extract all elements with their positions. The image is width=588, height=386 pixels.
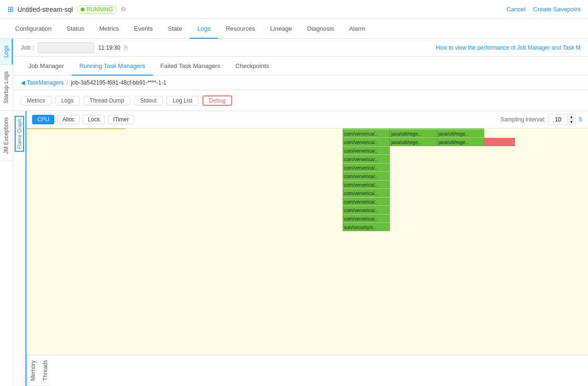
subtab-logs[interactable]: Logs bbox=[55, 96, 80, 105]
copy-icon[interactable]: ⎘ bbox=[124, 44, 128, 51]
flame-bar[interactable]: com/ververica/.. bbox=[343, 138, 390, 146]
flame-bar[interactable]: java/util/rege.. bbox=[390, 129, 437, 137]
flame-bar[interactable]: com/ververica/.. bbox=[343, 172, 390, 180]
tab-failed-task-managers[interactable]: Failed Task Managers bbox=[153, 57, 228, 76]
bottom-vtabs: Memory Threads bbox=[26, 355, 588, 386]
app-icon: ⊞ bbox=[8, 5, 14, 14]
flame-bar[interactable]: com/ververica/.. bbox=[343, 146, 390, 154]
flame-graph-wrapper: Flame Graph CPU Alloc Lock ITimer Sampli… bbox=[13, 111, 588, 386]
flame-bar[interactable]: java/util/rege.. bbox=[437, 138, 484, 146]
tab-configuration[interactable]: Configuration bbox=[8, 19, 59, 39]
flame-bar[interactable]: Relocation::pd.. bbox=[26, 129, 126, 129]
tab-state[interactable]: State bbox=[160, 19, 190, 39]
breadcrumb-icon: ◀ bbox=[21, 79, 25, 86]
main-layout: Logs Startup Logs JM Exceptions Job : 11… bbox=[0, 39, 588, 386]
tab-status[interactable]: Status bbox=[59, 19, 92, 39]
job-bar: Job : 11:19:30 ⎘ How to view the perform… bbox=[13, 39, 588, 57]
job-selector[interactable] bbox=[38, 42, 94, 53]
btn-lock[interactable]: Lock bbox=[83, 115, 105, 124]
subtab-thread-dump[interactable]: Thread Dump bbox=[84, 96, 130, 105]
subtab-log-list[interactable]: Log List bbox=[167, 96, 199, 105]
sidebar-tab-startup-logs[interactable]: Startup Logs bbox=[0, 65, 13, 111]
top-bar: ⊞ Untitled-stream-sql RUNNING ⚙ Cancel C… bbox=[0, 0, 588, 19]
subtab-stdout[interactable]: Stdout bbox=[134, 96, 163, 105]
flame-bar[interactable]: java/util/rege.. bbox=[390, 129, 437, 129]
tab-checkpoints[interactable]: Checkpoints bbox=[228, 57, 277, 76]
flame-bar[interactable]: com/ververica/.. bbox=[343, 180, 390, 189]
controls-and-graph: CPU Alloc Lock ITimer Sampling interval:… bbox=[26, 111, 588, 386]
tab-lineage[interactable]: Lineage bbox=[263, 19, 300, 39]
tab-events[interactable]: Events bbox=[126, 19, 160, 39]
sidebar-tab-logs[interactable]: Logs bbox=[0, 39, 13, 65]
sidebar-tab-jm-exceptions[interactable]: JM Exceptions bbox=[0, 111, 13, 161]
debug-subtabs: Metrics Logs Thread Dump Stdout Log List… bbox=[13, 90, 588, 111]
flame-bar[interactable]: java/util/rege.. bbox=[390, 138, 437, 146]
status-dot bbox=[81, 8, 84, 11]
flame-bar[interactable]: sun/security/s.. bbox=[343, 223, 390, 231]
tab-running-task-managers[interactable]: Running Task Managers bbox=[72, 57, 153, 76]
controls-bar: CPU Alloc Lock ITimer Sampling interval:… bbox=[26, 111, 588, 129]
sampling-start[interactable]: S bbox=[579, 116, 582, 123]
tab-metrics[interactable]: Metrics bbox=[92, 19, 126, 39]
sampling-spinner: ▲ ▼ bbox=[548, 114, 576, 125]
btn-cpu[interactable]: CPU bbox=[32, 115, 54, 124]
flame-bar[interactable]: com/ververica/.. bbox=[343, 214, 390, 223]
job-label: Job : bbox=[21, 44, 34, 51]
flame-bar[interactable]: java/util/rege.. bbox=[437, 129, 484, 129]
top-bar-left: ⊞ Untitled-stream-sql RUNNING ⚙ bbox=[8, 5, 126, 14]
breadcrumb: ◀ TaskManagers / job-3a542195-f681-48cf-… bbox=[13, 76, 588, 90]
cancel-button[interactable]: Cancel bbox=[506, 6, 525, 13]
flame-bar[interactable]: com/ververica/.. bbox=[343, 155, 390, 163]
subtab-debug[interactable]: Debug bbox=[202, 95, 232, 106]
flame-bar[interactable]: com/ververica/.. bbox=[343, 189, 390, 197]
app-title: Untitled-stream-sql bbox=[17, 6, 73, 13]
flame-graph-sidebar: Flame Graph bbox=[13, 111, 26, 386]
flame-bar[interactable]: com/ververica/.. bbox=[343, 197, 390, 206]
content-area: Job : 11:19:30 ⎘ How to view the perform… bbox=[13, 39, 588, 386]
breadcrumb-root[interactable]: TaskManagers bbox=[27, 79, 64, 86]
breadcrumb-sep: / bbox=[67, 79, 68, 86]
flame-bar[interactable]: com/ververica/.. bbox=[343, 206, 390, 214]
btn-alloc[interactable]: Alloc bbox=[57, 115, 80, 124]
nav-tabs: Configuration Status Metrics Events Stat… bbox=[0, 19, 588, 39]
savepoint-button[interactable]: Create Savepoint bbox=[533, 6, 580, 13]
job-time: 11:19:30 bbox=[98, 44, 120, 51]
tab-job-manager[interactable]: Job Manager bbox=[21, 57, 72, 76]
controls-left: CPU Alloc Lock ITimer bbox=[32, 115, 134, 124]
status-badge: RUNNING bbox=[76, 5, 117, 14]
flame-bar[interactable]: com/ververica/.. bbox=[343, 129, 390, 129]
vtab-memory[interactable]: Memory bbox=[26, 355, 39, 386]
flame-graph-canvas: __clonestart_threadjava_start(Thread*)ak… bbox=[26, 129, 583, 355]
subtab-metrics[interactable]: Metrics bbox=[21, 96, 51, 105]
top-bar-right: Cancel Create Savepoint bbox=[506, 6, 580, 13]
tab-diagnosis[interactable]: Diagnosis bbox=[300, 19, 342, 39]
flame-bar[interactable]: com/ververica/.. bbox=[343, 163, 390, 172]
spin-down[interactable]: ▼ bbox=[568, 120, 575, 125]
flame-bar[interactable]: java/util/rege.. bbox=[437, 129, 484, 137]
tab-resources[interactable]: Resources bbox=[218, 19, 262, 39]
flame-graph-label: Flame Graph bbox=[15, 116, 24, 152]
btn-itimer[interactable]: ITimer bbox=[108, 115, 134, 124]
flame-bar[interactable]: com/ververica/.. bbox=[343, 129, 390, 137]
sampling-input[interactable] bbox=[549, 115, 568, 124]
controls-right: Sampling interval: ▲ ▼ S bbox=[501, 114, 582, 125]
info-icon: ⚙ bbox=[121, 6, 126, 13]
tab-logs[interactable]: Logs bbox=[190, 19, 218, 39]
left-sidebar: Logs Startup Logs JM Exceptions bbox=[0, 39, 13, 386]
spin-buttons: ▲ ▼ bbox=[568, 114, 575, 125]
breadcrumb-path: job-3a542195-f681-48cf-bb91-****-1-1 bbox=[71, 79, 166, 86]
job-bar-left: Job : 11:19:30 ⎘ bbox=[21, 42, 128, 53]
inner-tabs: Job Manager Running Task Managers Failed… bbox=[13, 57, 588, 76]
vtab-threads[interactable]: Threads bbox=[39, 355, 51, 386]
flame-svg-container: __clonestart_threadjava_start(Thread*)ak… bbox=[26, 129, 588, 355]
job-help-link[interactable]: How to view the performance of Job Manag… bbox=[436, 44, 580, 51]
status-text: RUNNING bbox=[86, 6, 113, 13]
tab-alarm[interactable]: Alarm bbox=[342, 19, 373, 39]
sampling-label: Sampling interval: bbox=[501, 116, 546, 123]
spin-up[interactable]: ▲ bbox=[568, 114, 575, 120]
